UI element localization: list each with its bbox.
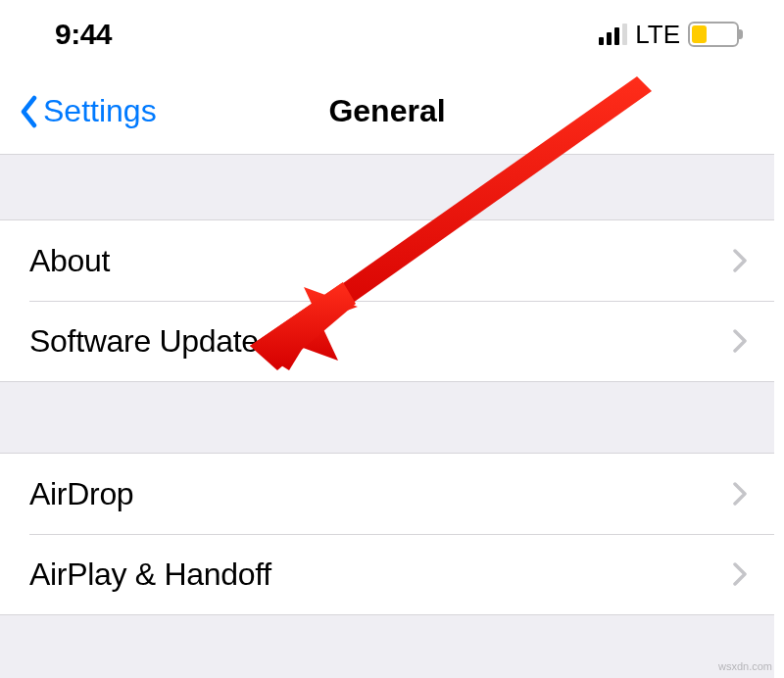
battery-icon — [688, 22, 739, 47]
nav-bar: Settings General — [0, 69, 774, 155]
section-gap — [0, 382, 774, 453]
back-button[interactable]: Settings — [20, 93, 157, 129]
screenshot-border — [774, 0, 784, 678]
row-label: AirDrop — [29, 476, 133, 512]
status-time: 9:44 — [55, 18, 112, 51]
chevron-left-icon — [20, 95, 39, 128]
watermark: wsxdn.com — [718, 660, 772, 672]
row-about[interactable]: About — [0, 220, 774, 301]
list-group: About Software Update — [0, 219, 774, 382]
network-type-label: LTE — [635, 20, 680, 50]
status-bar: 9:44 LTE — [0, 0, 774, 69]
chevron-right-icon — [733, 249, 747, 272]
row-airplay-handoff[interactable]: AirPlay & Handoff — [0, 534, 774, 614]
settings-general-screen: 9:44 LTE Settings General Abou — [0, 0, 774, 678]
row-label: About — [29, 243, 110, 279]
row-label: Software Update — [29, 323, 259, 360]
chevron-right-icon — [733, 482, 747, 506]
cellular-signal-icon — [599, 24, 627, 45]
section-gap — [0, 155, 774, 219]
back-label: Settings — [43, 93, 157, 129]
row-airdrop[interactable]: AirDrop — [0, 454, 774, 534]
chevron-right-icon — [733, 329, 747, 353]
list-group: AirDrop AirPlay & Handoff — [0, 453, 774, 615]
row-label: AirPlay & Handoff — [29, 557, 271, 593]
page-title: General — [328, 93, 445, 129]
row-software-update[interactable]: Software Update — [0, 301, 774, 381]
chevron-right-icon — [733, 562, 747, 586]
battery-fill — [692, 25, 707, 43]
status-icons: LTE — [599, 20, 739, 50]
